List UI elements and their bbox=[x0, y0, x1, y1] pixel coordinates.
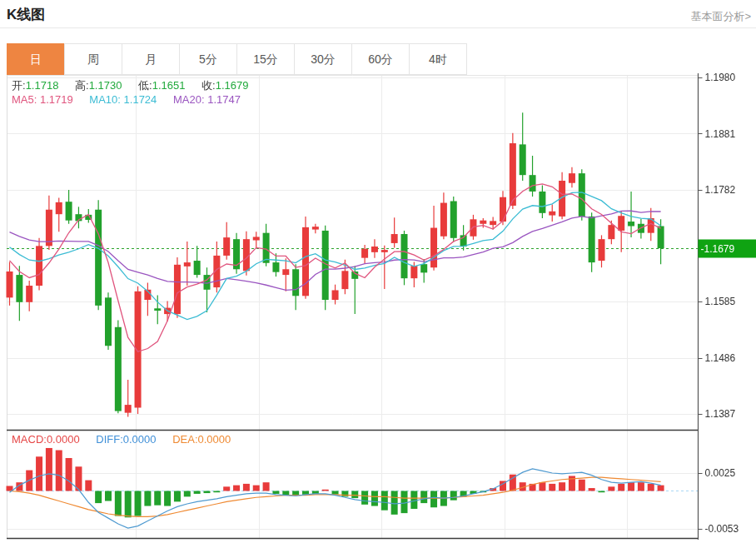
high-label: 高: bbox=[75, 79, 89, 92]
low-label: 低: bbox=[138, 79, 152, 92]
close-value: 1.1679 bbox=[216, 79, 249, 92]
ohlc-legend: 开:1.1718 高:1.1730 低:1.1651 收:1.1679 bbox=[12, 78, 261, 93]
ma10-value: 1.1724 bbox=[124, 93, 157, 106]
kline-page: K线图 基本面分析> 日周月5分15分30分60分4时 开:1.1718 高:1… bbox=[0, 0, 756, 543]
ma5-label: MA5: bbox=[12, 93, 37, 106]
dea-label: DEA: bbox=[172, 433, 197, 446]
open-value: 1.1718 bbox=[26, 79, 59, 92]
macd-legend: MACD:0.0000 DIFF:0.0000 DEA:0.0000 bbox=[12, 433, 244, 446]
low-value: 1.1651 bbox=[152, 79, 186, 92]
ma20-value: 1.1747 bbox=[207, 93, 241, 106]
diff-label: DIFF: bbox=[96, 433, 123, 446]
open-label: 开: bbox=[12, 79, 26, 92]
dea-value: 0.0000 bbox=[198, 433, 231, 446]
ma-legend: MA5: 1.1719 MA10: 1.1724 MA20: 1.1747 bbox=[12, 93, 254, 106]
ma10-label: MA10: bbox=[89, 93, 121, 106]
close-label: 收: bbox=[201, 79, 216, 92]
diff-value: 0.0000 bbox=[123, 433, 157, 446]
macd-label: MACD: bbox=[12, 433, 47, 446]
ma5-value: 1.1719 bbox=[40, 93, 73, 106]
ma20-label: MA20: bbox=[173, 93, 205, 106]
macd-value: 0.0000 bbox=[47, 433, 80, 446]
high-value: 1.1730 bbox=[89, 79, 122, 92]
